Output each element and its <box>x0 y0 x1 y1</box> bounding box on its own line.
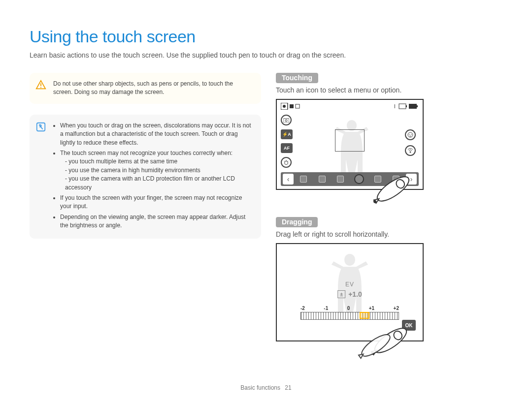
dock-item <box>337 176 344 183</box>
svg-rect-5 <box>290 104 294 108</box>
mode-icon <box>281 103 300 111</box>
camera-icon <box>281 115 292 125</box>
svg-point-17 <box>411 134 412 135</box>
svg-text:I: I <box>394 104 396 109</box>
scale-tick: -1 <box>324 306 328 311</box>
touching-desc: Touch an icon to select a menu or option… <box>276 86 502 94</box>
svg-rect-10 <box>409 104 417 109</box>
ev-value: ± +1.0 <box>337 290 362 298</box>
svg-rect-8 <box>399 104 406 109</box>
dock-arrow-left: ‹ <box>283 174 294 185</box>
dock-item <box>300 176 307 183</box>
note-sub: you touch multiple items at the same tim… <box>65 157 253 166</box>
dragging-desc: Drag left or right to scroll horizontall… <box>276 230 502 238</box>
svg-rect-0 <box>40 83 41 86</box>
warning-icon <box>35 80 46 91</box>
stylus-icon <box>371 169 415 209</box>
stylus-icon <box>356 321 410 360</box>
af-mode: AF <box>281 143 293 153</box>
note-item: Depending on the viewing angle, the scre… <box>60 213 253 230</box>
info-icon <box>35 122 46 132</box>
battery-icon: I <box>394 103 419 111</box>
scale-tick: -2 <box>300 306 305 311</box>
camera-screen-dragging: EV ± +1.0 -2 -1 0 +1 +2 OK <box>276 243 424 341</box>
svg-rect-9 <box>406 105 407 107</box>
face-icon <box>405 129 416 140</box>
svg-point-14 <box>285 161 288 165</box>
svg-rect-11 <box>417 105 418 107</box>
svg-rect-6 <box>296 104 299 108</box>
info-callout: When you touch or drag on the screen, di… <box>30 115 261 239</box>
dock-item <box>319 176 326 183</box>
exposure-icon: ± <box>337 290 345 298</box>
note-item: When you touch or drag on the screen, di… <box>60 122 253 147</box>
svg-point-13 <box>285 120 287 122</box>
ev-label: EV <box>345 281 354 288</box>
svg-rect-1 <box>40 87 41 88</box>
dock-item-selected <box>354 174 364 184</box>
ev-value-text: +1.0 <box>348 290 362 298</box>
scale-tick: +1 <box>369 306 374 311</box>
ev-scale: -2 -1 0 +1 +2 <box>300 306 399 320</box>
note-sub: you use the camera with an LCD protectio… <box>65 175 253 192</box>
note-item: The touch screen may not recognize your … <box>60 149 253 192</box>
page-title: Using the touch screen <box>30 27 502 46</box>
svg-point-18 <box>410 152 411 153</box>
svg-point-4 <box>283 105 286 108</box>
timer-icon <box>281 157 292 168</box>
svg-point-16 <box>409 134 410 135</box>
svg-point-19 <box>374 173 412 206</box>
note-item: If you touch the screen with your finger… <box>60 194 253 211</box>
warning-text: Do not use other sharp objects, such as … <box>53 80 253 97</box>
focus-frame <box>335 129 365 152</box>
flash-mode: ⚡A <box>281 129 293 139</box>
scale-tick: 0 <box>347 306 350 311</box>
camera-screen-touching: I ⚡A AF <box>276 99 424 190</box>
dragging-heading: Dragging <box>276 217 318 227</box>
warning-callout: Do not use other sharp objects, such as … <box>30 73 261 104</box>
scale-tick: +2 <box>394 306 399 311</box>
scale-highlight <box>360 312 369 319</box>
footer-section: Basic functions <box>240 384 280 391</box>
svg-rect-12 <box>283 119 289 123</box>
intro-text: Learn basic actions to use the touch scr… <box>30 51 502 59</box>
page-footer: Basic functions 21 <box>0 384 532 391</box>
note-text: Depending on the viewing angle, the scre… <box>60 214 228 220</box>
note-sub: you use the camera in high humidity envi… <box>65 166 253 175</box>
note-lead: The touch screen may not recognize your … <box>60 150 233 156</box>
touching-heading: Touching <box>276 73 318 83</box>
signal-icon <box>405 145 416 156</box>
footer-page-number: 21 <box>285 384 291 391</box>
